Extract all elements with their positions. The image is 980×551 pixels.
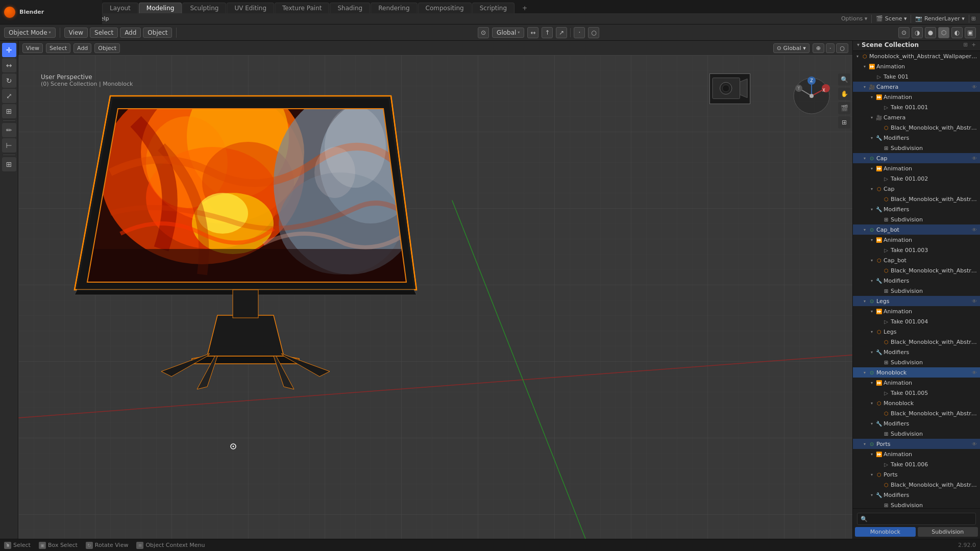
tree-item-animation7[interactable]: ▾⏩Animation — [853, 449, 980, 459]
object-menu-btn[interactable]: Object — [143, 28, 172, 38]
ws-tab-shading[interactable]: Shading — [330, 3, 370, 13]
tree-arrow-legs_obj[interactable]: ▾ — [869, 329, 874, 334]
tree-arrow-monoblock_root[interactable]: ▾ — [855, 54, 860, 59]
vp-object-btn[interactable]: Object — [94, 43, 120, 53]
tree-item-modifiers6[interactable]: ▾🔧Modifiers — [853, 490, 980, 500]
nav-gizmo[interactable]: X Y Z — [791, 76, 832, 116]
add-obj-btn[interactable]: ⊞ — [2, 157, 16, 171]
tree-arrow-cap_bot_obj[interactable]: ▾ — [869, 258, 874, 263]
tree-item-camera_obj[interactable]: ▾🎥Camera — [853, 112, 980, 122]
vp-global-btn[interactable]: ⊙ Global ▾ — [773, 43, 810, 53]
tree-arrow-animation7[interactable]: ▾ — [869, 452, 874, 457]
tree-item-take001004[interactable]: ▷Take 001.004 — [853, 316, 980, 327]
tree-arrow-modifiers5[interactable]: ▾ — [869, 421, 874, 426]
tree-eye-legs_group[interactable]: 👁 — [971, 297, 978, 305]
tree-eye-camera_group[interactable]: 👁 — [971, 83, 978, 90]
vp-add-btn[interactable]: Add — [74, 43, 91, 53]
tree-item-subdivision6[interactable]: ⊞Subdivision — [853, 500, 980, 508]
ws-tab-compositing[interactable]: Compositing — [418, 3, 472, 13]
tree-eye-ports_group[interactable]: 👁 — [971, 440, 978, 447]
tree-eye-monoblock_group[interactable]: 👁 — [971, 369, 978, 376]
tree-item-monoblock_root[interactable]: ▾⬡Monoblock_with_Abstract_Wallpaper_Blac… — [853, 51, 980, 61]
tree-item-subdivision3[interactable]: ⊞Subdivision — [853, 286, 980, 296]
transform-x-btn[interactable]: ↔ — [527, 27, 538, 38]
tree-item-modifiers2[interactable]: ▾🔧Modifiers — [853, 204, 980, 214]
tree-item-modifiers1[interactable]: ▾🔧Modifiers — [853, 133, 980, 143]
tree-item-take001002[interactable]: ▷Take 001.002 — [853, 173, 980, 184]
ws-tab-scripting[interactable]: Scripting — [472, 3, 514, 13]
ws-tab-sculpting[interactable]: Sculpting — [182, 3, 226, 13]
ws-tab-uv-editing[interactable]: UV Editing — [227, 3, 274, 13]
tree-arrow-animation4[interactable]: ▾ — [869, 237, 874, 242]
global-btn[interactable]: Global ▾ — [492, 28, 524, 38]
tree-item-black_monoblock4[interactable]: ⬡Black_Monoblock_with_Abstract — [853, 337, 980, 347]
tree-item-subdivision5[interactable]: ⊞Subdivision — [853, 429, 980, 439]
tree-item-camera_group[interactable]: ▾🎥Camera👁 — [853, 82, 980, 92]
transform-tool-btn[interactable]: ⊞ — [2, 104, 16, 118]
tree-item-animation6[interactable]: ▾⏩Animation — [853, 378, 980, 388]
tree-item-black_monoblock5[interactable]: ⬡Black_Monoblock_with_Abstract — [853, 408, 980, 418]
snap-btn[interactable]: · — [574, 27, 585, 38]
vp-nav-camera[interactable]: 🎬 — [838, 102, 850, 114]
panel-search[interactable]: 🔍 — [857, 513, 976, 525]
tree-arrow-camera_obj[interactable]: ▾ — [869, 115, 874, 120]
tree-item-cap_bot_obj[interactable]: ▾⬡Cap_bot — [853, 255, 980, 265]
vp-snap[interactable]: · — [826, 43, 835, 53]
vp-nav-zoom[interactable]: 🔍 — [838, 73, 850, 86]
tree-item-take001003[interactable]: ▷Take 001.003 — [853, 245, 980, 255]
tree-item-animation5[interactable]: ▾⏩Animation — [853, 306, 980, 316]
ws-tab-modeling[interactable]: Modeling — [139, 3, 182, 13]
viewport-overlay-btn[interactable]: ◐ — [951, 27, 963, 38]
view-menu-btn[interactable]: View — [64, 28, 88, 38]
tree-arrow-cap_group[interactable]: ▾ — [862, 156, 867, 161]
tree-item-take001[interactable]: ▷Take 001 — [853, 71, 980, 82]
blender-logo[interactable] — [4, 7, 15, 18]
tree-item-black_monoblock2[interactable]: ⬡Black_Monoblock_with_Abstract — [853, 194, 980, 204]
tree-item-black_monoblock1[interactable]: ⬡Black_Monoblock_with_Abstract — [853, 122, 980, 133]
tree-arrow-modifiers6[interactable]: ▾ — [869, 492, 874, 497]
mode-select-btn[interactable]: Object Mode ▾ — [4, 28, 56, 38]
tree-item-take001006[interactable]: ▷Take 001.006 — [853, 459, 980, 469]
vp-select-btn[interactable]: Select — [46, 43, 70, 53]
proportional-btn[interactable]: ○ — [588, 27, 599, 38]
tree-item-ports_obj[interactable]: ▾⬡Ports — [853, 469, 980, 480]
vp-transform-pivot[interactable]: ⊕ — [813, 43, 824, 53]
tree-item-legs_obj[interactable]: ▾⬡Legs — [853, 327, 980, 337]
tree-item-legs_group[interactable]: ▾⊙Legs👁 — [853, 296, 980, 306]
tree-arrow-animation2[interactable]: ▾ — [869, 94, 874, 99]
ws-tab-rendering[interactable]: Rendering — [371, 3, 417, 13]
add-workspace-tab[interactable]: + — [515, 3, 534, 13]
tree-item-cap_group[interactable]: ▾⊙Cap👁 — [853, 153, 980, 163]
tree-item-modifiers5[interactable]: ▾🔧Modifiers — [853, 418, 980, 429]
tree-item-monoblock_obj[interactable]: ▾⬡Monoblock — [853, 398, 980, 408]
tree-item-modifiers4[interactable]: ▾🔧Modifiers — [853, 347, 980, 357]
tree-item-animation1[interactable]: ▾⏩Animation — [853, 61, 980, 71]
tree-item-animation4[interactable]: ▾⏩Animation — [853, 235, 980, 245]
vp-view-btn[interactable]: View — [22, 43, 43, 53]
viewport-shading-4[interactable]: ⬡ — [938, 27, 949, 38]
rotate-tool-btn[interactable]: ↻ — [2, 73, 16, 88]
measure-tool-btn[interactable]: ⊢ — [2, 138, 16, 153]
transform-y-btn[interactable]: ↑ — [542, 27, 553, 38]
tree-arrow-animation5[interactable]: ▾ — [869, 309, 874, 314]
tree-item-black_monoblock6[interactable]: ⬡Black_Monoblock_with_Abstract — [853, 480, 980, 490]
scene-label[interactable]: 🎬 Scene ▾ — [872, 15, 911, 22]
tree-item-black_monoblock3[interactable]: ⬡Black_Monoblock_with_Abstract — [853, 265, 980, 276]
tree-arrow-animation3[interactable]: ▾ — [869, 166, 874, 171]
tree-item-subdivision4[interactable]: ⊞Subdivision — [853, 357, 980, 367]
tree-arrow-ports_obj[interactable]: ▾ — [869, 472, 874, 477]
tree-eye-cap_group[interactable]: 👁 — [971, 155, 978, 162]
tree-item-animation2[interactable]: ▾⏩Animation — [853, 92, 980, 102]
tree-eye-cap_bot_group[interactable]: 👁 — [971, 226, 978, 233]
tree-arrow-modifiers1[interactable]: ▾ — [869, 135, 874, 140]
filter-icon[interactable]: ⊞ — [969, 15, 978, 22]
vp-nav-pan[interactable]: ✋ — [838, 88, 850, 100]
tree-item-cap_obj[interactable]: ▾⬡Cap — [853, 184, 980, 194]
viewport-xray-btn[interactable]: ▣ — [965, 27, 976, 38]
move-tool-btn[interactable]: ↔ — [2, 58, 16, 72]
tree-item-modifiers3[interactable]: ▾🔧Modifiers — [853, 276, 980, 286]
tree-item-cap_bot_group[interactable]: ▾⊙Cap_bot👁 — [853, 224, 980, 235]
tree-arrow-animation1[interactable]: ▾ — [862, 64, 867, 69]
tree-item-animation3[interactable]: ▾⏩Animation — [853, 163, 980, 173]
tree-arrow-monoblock_obj[interactable]: ▾ — [869, 400, 874, 406]
